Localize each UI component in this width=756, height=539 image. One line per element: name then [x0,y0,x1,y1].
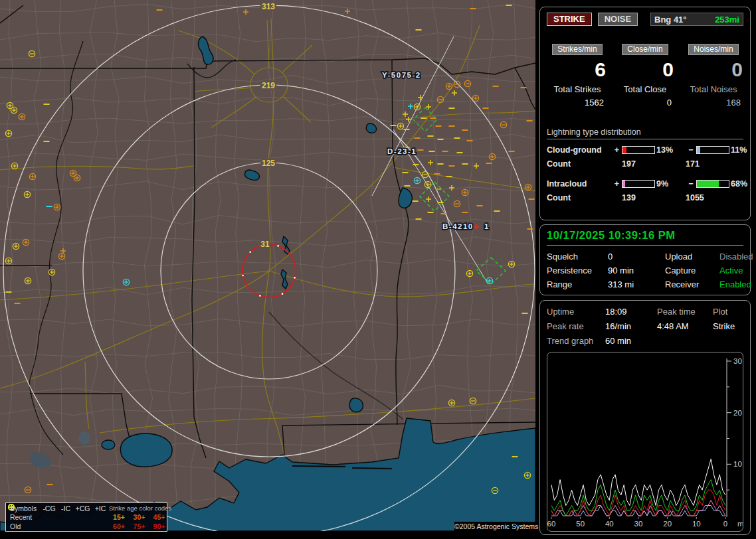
intracloud-count-row: Count 139 1055 [547,193,743,202]
storm-cell-label: D-23-1 [387,147,417,155]
noises-per-min-chip: Noises/min [688,44,738,55]
svg-text:20: 20 [663,520,672,528]
range-value: 313 mi [608,278,665,291]
status-panel: 10/17/2025 10:39:16 PM Squelch 0 Upload … [539,224,751,295]
bearing-readout: Bng 41° 253mi [650,13,743,26]
trend-graph: 1020306050403020100min [547,352,743,530]
strike-button[interactable]: STRIKE [547,13,592,26]
storm-cell-label: Y-5075-2 [382,71,421,79]
svg-text:50: 50 [576,520,585,528]
legend-old-label: Old [10,522,41,530]
peak-time-value: 4:48 AM [657,319,713,333]
map-legend: Symbols -CG -IC +CG +IC Strike age color… [5,502,167,532]
age-75-label: 75+ [129,522,149,530]
peak-time-label: Peak time [657,305,713,319]
age-15-label: 15+ [109,513,129,521]
copyright-text: ©2005 Astrogenic Systems [454,522,535,532]
persistence-value: 90 min [608,264,665,277]
noise-button[interactable]: NOISE [598,13,638,26]
ic-count-label: Count [547,193,612,202]
lightning-map[interactable]: 313 219 125 31 Y-5075-2D-23-1B-42101 Sym… [0,0,535,531]
upload-status: Disabled [719,250,753,264]
total-strikes-label: Total Strikes [547,84,608,94]
legend-col-cg-pos: +CG [74,504,92,512]
age-45-label: 45+ [149,513,169,521]
minus-sign: − [686,179,696,189]
ring-label-219: 219 [262,81,275,90]
total-noises-label: Total Noises [682,84,745,94]
total-close-value: 0 [614,98,676,108]
trend-graph-frame: 1020306050403020100min [547,352,743,532]
plot-value: Strike [713,319,743,333]
noises-per-min-column: Noises/min 0 Total Noises 168 [682,44,745,108]
ic-pos-pct: 9% [656,179,686,189]
capture-status: Active [719,264,753,277]
uptime-label: Uptime [547,305,605,319]
legend-col-cg-neg: -CG [41,504,58,512]
cg-pos-bar [622,146,655,154]
svg-text:40: 40 [605,520,614,528]
ic-neg-bar [696,180,729,188]
age-90-label: 90+ [149,522,169,530]
uptime-value: 18:09 [605,305,657,319]
ring-label-125: 125 [262,159,275,168]
range-label: Range [547,278,608,291]
bearing-distance: 253mi [715,15,739,25]
close-per-min-chip: Close/min [622,44,668,55]
ic-pos-bar [622,180,655,188]
legend-col-ic-pos: +IC [92,504,109,512]
svg-text:20: 20 [733,409,742,417]
svg-text:10: 10 [733,460,742,468]
total-close-label: Total Close [614,84,676,94]
cloud-ground-label: Cloud-ground [547,145,612,155]
upload-label: Upload [665,250,719,264]
storm-cell-label: 1 [484,222,490,230]
legend-old-row: Old 60+ 75+ 90+ [10,522,164,531]
svg-text:60: 60 [547,520,555,528]
close-per-min-value: 0 [614,58,676,82]
cloud-ground-row: Cloud-ground + 13% − 11% [547,145,743,155]
svg-text:30: 30 [634,520,643,528]
plus-sign: + [612,179,622,189]
age-30-label: 30+ [129,513,149,521]
capture-label: Capture [665,264,719,277]
cg-neg-pct: 11% [731,145,747,155]
cg-pos-pct: 13% [656,145,686,155]
trend-graph-label: Trend graph [547,334,605,348]
ic-pos-count: 139 [622,193,686,202]
map-canvas: 313 219 125 31 Y-5075-2D-23-1B-42101 [0,0,535,531]
plus-sign: + [612,145,622,155]
intracloud-label: Intracloud [547,179,612,189]
strikes-per-min-chip: Strikes/min [552,44,602,55]
age-60-label: 60+ [109,522,129,530]
trend-series-pos-ic [551,501,725,516]
receiver-label: Receiver [665,278,719,291]
squelch-label: Squelch [547,250,608,264]
ring-label-31: 31 [260,240,270,249]
trend-graph-value: 60 min [605,334,657,348]
noises-per-min-value: 0 [682,58,745,82]
intracloud-row: Intracloud + 9% − 68% [547,179,743,189]
svg-text:min: min [737,520,743,528]
app-window: 313 219 125 31 Y-5075-2D-23-1B-42101 Sym… [0,0,756,539]
squelch-value: 0 [608,250,665,264]
trend-series-total-strikes [551,459,725,506]
close-per-min-column: Close/min 0 Total Close 0 [614,44,676,108]
peak-rate-label: Peak rate [547,319,605,333]
trend-series-pos-cg [551,490,725,516]
minus-sign: − [686,145,696,155]
ring-label-313: 313 [262,2,275,11]
strikes-per-min-value: 6 [547,58,608,82]
legend-col-ic-neg: -IC [58,504,74,512]
cg-neg-count: 171 [686,159,743,169]
legend-recent-row: Recent 15+ 30+ 45+ [10,513,164,522]
bearing-label: Bng 41° [654,15,687,25]
sidebar: STRIKE NOISE Bng 41° 253mi Strikes/min 6… [535,0,756,539]
ic-neg-pct: 68% [731,179,747,189]
strikes-per-min-column: Strikes/min 6 Total Strikes 1562 [547,44,608,108]
distribution-title: Lightning type distribution [547,127,743,139]
session-panel: Uptime 18:09 Peak time Plot Peak rate 16… [539,300,751,535]
legend-age-header: Strike age color codes [109,504,169,512]
ic-neg-count: 1055 [686,193,743,202]
cloud-ground-count-row: Count 197 171 [547,159,743,169]
